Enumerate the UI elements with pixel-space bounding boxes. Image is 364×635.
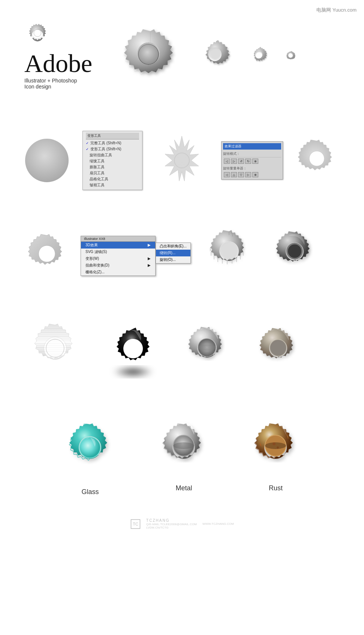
photoshop-filter-panel: 效果过滤器 旋转模式： ◁ ▷ ↺ ↻ ⊕ 旋转量量单器： ◁ △ ▽ ▷ ⊕ <box>221 141 283 180</box>
adobe-title: Adobe <box>24 51 92 76</box>
svg-point-9 <box>288 244 301 258</box>
watermark-text: 电脑网 Yuucn.com <box>316 7 357 13</box>
header-section: Adobe Illustrator + Photoshop Icon desig… <box>0 0 364 101</box>
svg-point-45 <box>265 442 286 449</box>
metal-gear-final-icon <box>153 421 215 479</box>
step2-row: Illustrator XX8 3D效果 ▶ SVG 滤镜(S) 变形(W) ▶… <box>22 228 342 284</box>
svg-point-5 <box>25 139 69 182</box>
final-gears-section: Glass <box>0 398 364 503</box>
gear-outline-icon <box>294 138 339 183</box>
small-gear-logo-icon <box>24 22 51 49</box>
small-3d-gear-icon <box>250 46 270 66</box>
brushed-gear-icon <box>22 321 88 383</box>
footer-site1: LVDM.CN/TCTG <box>146 526 197 529</box>
tiny-gear-icon <box>285 51 297 62</box>
footer-brand: TCZHANG <box>146 518 197 523</box>
glass-label: Glass <box>81 488 99 496</box>
step1-section: 变形工具 ✓ 完整工具 (Shift+N) ✓ 变形工具 (Shift+N) 旋… <box>0 101 364 205</box>
medium-3d-gear-icon <box>197 38 235 74</box>
metal-gear-finished-icon <box>178 324 236 380</box>
footer-email: Q/E-MAIL:TCLEE2008@GMAIL.COM <box>146 523 197 526</box>
black-shadow-sphere-icon <box>103 323 163 381</box>
gear-size-row <box>118 26 297 86</box>
dark-3d-gear-icon <box>268 229 322 282</box>
glass-gear-icon <box>57 421 123 482</box>
rust-gear-item: Rust <box>245 421 307 492</box>
rust-gear-final-icon <box>245 421 307 479</box>
svg-point-7 <box>220 242 238 260</box>
medium-3d-gear-progress-icon <box>200 228 258 284</box>
flat-gear-icon <box>22 232 71 279</box>
glass-gear-item: Glass <box>57 421 123 496</box>
metal-gear-item: Metal <box>153 421 215 492</box>
large-3d-gear-icon <box>118 26 182 86</box>
footer: TC TCZHANG Q/E-MAIL:TCLEE2008@GMAIL.COM … <box>0 511 364 541</box>
rust-label: Rust <box>269 484 283 492</box>
svg-point-3 <box>139 45 158 64</box>
illustrator-menu-panel: Illustrator XX8 3D效果 ▶ SVG 滤镜(S) 变形(W) ▶… <box>81 236 191 276</box>
illustrator-tool-panel: 变形工具 ✓ 完整工具 (Shift+N) ✓ 变形工具 (Shift+N) 旋… <box>82 131 142 190</box>
svg-point-30 <box>112 366 154 377</box>
logo-area: Adobe Illustrator + Photoshop Icon desig… <box>24 22 92 90</box>
footer-website: WWW.TCZHANG.COM <box>202 522 234 526</box>
svg-point-33 <box>198 344 216 350</box>
gray-circle-icon <box>22 136 71 185</box>
step3-section <box>0 299 364 398</box>
step2-section: Illustrator XX8 3D效果 ▶ SVG 滤镜(S) 变形(W) ▶… <box>0 205 364 299</box>
subtitle-icon-design: Icon design <box>24 84 92 90</box>
spiky-star-icon <box>154 132 210 189</box>
subtitle-illustrator-photoshop: Illustrator + Photoshop <box>24 78 92 84</box>
step3-row <box>22 321 342 383</box>
svg-text:TC: TC <box>133 522 138 526</box>
metal-label: Metal <box>175 484 192 492</box>
rust-gear-variant-icon <box>251 326 306 379</box>
svg-point-28 <box>45 338 66 359</box>
footer-logo-icon: TC <box>130 519 141 529</box>
svg-point-0 <box>34 29 41 37</box>
svg-point-40 <box>173 442 194 449</box>
svg-point-4 <box>209 47 221 59</box>
step1-row: 变形工具 ✓ 完整工具 (Shift+N) ✓ 变形工具 (Shift+N) 旋… <box>22 131 342 190</box>
